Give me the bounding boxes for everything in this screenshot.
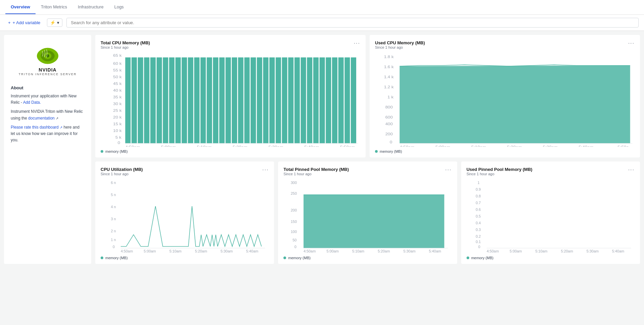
svg-text:40 k: 40 k [113, 89, 121, 92]
svg-rect-35 [244, 57, 250, 143]
svg-text:5:20am: 5:20am [378, 249, 390, 253]
svg-text:5:00am: 5:00am [509, 249, 522, 253]
svg-text:0.5: 0.5 [476, 215, 481, 218]
svg-text:50: 50 [293, 238, 297, 242]
cpu-utilization-panel: CPU Utilization (MB) Since 1 hour ago ··… [95, 161, 274, 264]
svg-text:5:10am: 5:10am [535, 249, 547, 253]
svg-rect-43 [294, 57, 300, 143]
chart-menu-cpu-util[interactable]: ··· [262, 167, 269, 173]
tab-logs[interactable]: Logs [109, 0, 129, 14]
svg-text:4:50am: 4:50am [304, 249, 316, 253]
svg-text:60 k: 60 k [113, 62, 121, 65]
svg-text:4:50am: 4:50am [121, 249, 133, 253]
svg-text:5:50a: 5:50a [618, 145, 629, 147]
chart-legend-cpu-util: memory (MB) [101, 256, 269, 260]
svg-text:1.2 k: 1.2 k [384, 85, 394, 89]
svg-rect-32 [225, 57, 231, 143]
chart-menu-used-cpu[interactable]: ··· [628, 40, 635, 46]
svg-rect-34 [238, 57, 244, 143]
svg-text:35 k: 35 k [113, 95, 121, 99]
svg-rect-50 [338, 57, 344, 143]
svg-rect-40 [276, 57, 281, 143]
chart-header-cpu-util: CPU Utilization (MB) Since 1 hour ago ··… [101, 167, 269, 179]
svg-text:5:30am: 5:30am [404, 249, 416, 253]
about-heading: About [11, 85, 85, 90]
svg-rect-21 [157, 57, 162, 143]
svg-rect-18 [138, 57, 143, 143]
svg-marker-101 [304, 195, 444, 248]
svg-text:65 k: 65 k [113, 54, 121, 57]
svg-text:5:20am: 5:20am [195, 249, 207, 253]
svg-text:5:40am: 5:40am [429, 249, 441, 253]
svg-rect-29 [207, 57, 212, 143]
svg-rect-47 [320, 57, 325, 143]
legend-dot-icon [283, 257, 286, 259]
svg-text:2 n: 2 n [111, 229, 116, 233]
svg-rect-39 [269, 57, 275, 143]
svg-rect-31 [219, 57, 225, 143]
svg-rect-25 [182, 57, 187, 143]
chart-menu-total-cpu[interactable]: ··· [354, 40, 360, 46]
svg-text:5:00am: 5:00am [327, 249, 339, 253]
svg-rect-46 [313, 57, 319, 143]
nvidia-logo-area: NVIDIA TRITON INFERENCE SERVER [11, 42, 85, 80]
svg-rect-16 [125, 57, 130, 143]
svg-text:5:40am: 5:40am [579, 145, 594, 147]
legend-dot-icon [375, 150, 378, 153]
svg-text:1 n: 1 n [111, 238, 116, 242]
product-name: TRITON INFERENCE SERVER [18, 73, 76, 76]
svg-rect-44 [301, 57, 306, 143]
svg-rect-49 [332, 57, 337, 143]
add-data-link[interactable]: Add Data. [23, 100, 41, 105]
tab-infrastructure[interactable]: Infrastructure [72, 0, 109, 14]
top-navigation: Overview Triton Metrics Infrastructure L… [0, 0, 644, 15]
documentation-link[interactable]: documentation [28, 116, 55, 121]
svg-text:55 k: 55 k [113, 68, 121, 72]
main-content: NVIDIA TRITON INFERENCE SERVER About Ins… [0, 31, 644, 268]
svg-rect-20 [150, 57, 156, 143]
plus-icon: + [8, 20, 11, 25]
svg-text:30 k: 30 k [113, 102, 121, 106]
svg-rect-38 [263, 57, 268, 143]
total-cpu-memory-panel: Total CPU Memory (MB) Since 1 hour ago ·… [95, 35, 366, 157]
svg-text:5:20am: 5:20am [507, 145, 522, 147]
used-cpu-memory-panel: Used CPU Memory (MB) Since 1 hour ago ··… [370, 35, 640, 157]
svg-text:250: 250 [291, 192, 297, 195]
filter-chevron-icon: ▾ [57, 20, 59, 25]
svg-text:5:40am: 5:40am [612, 249, 624, 253]
svg-rect-17 [131, 57, 137, 143]
tab-triton-metrics[interactable]: Triton Metrics [36, 0, 72, 14]
sidebar-panel: NVIDIA TRITON INFERENCE SERVER About Ins… [4, 35, 91, 264]
svg-text:4 n: 4 n [111, 205, 116, 209]
svg-text:25 k: 25 k [113, 109, 121, 112]
charts-row-1: Total CPU Memory (MB) Since 1 hour ago ·… [95, 35, 640, 157]
svg-text:5:30am: 5:30am [586, 249, 598, 253]
legend-dot-icon [467, 257, 469, 259]
svg-text:100: 100 [291, 230, 297, 234]
svg-text:200: 200 [385, 132, 393, 136]
svg-text:5:10am: 5:10am [352, 249, 364, 253]
add-variable-button[interactable]: + + Add variable [5, 19, 43, 27]
svg-text:200: 200 [291, 208, 297, 212]
svg-text:5:40am: 5:40am [304, 145, 319, 147]
tab-overview[interactable]: Overview [5, 0, 36, 14]
nvidia-logo-icon [34, 46, 61, 66]
svg-text:45 k: 45 k [113, 82, 121, 86]
svg-rect-23 [169, 57, 174, 143]
rate-dashboard-link[interactable]: Please rate this dashboard [11, 125, 59, 130]
chart-legend-used-pinned: memory (MB) [467, 256, 635, 260]
svg-text:1.4 k: 1.4 k [384, 75, 394, 79]
search-input[interactable] [66, 18, 639, 28]
chart-menu-pinned-pool[interactable]: ··· [445, 167, 451, 173]
svg-text:0.8: 0.8 [476, 194, 481, 198]
svg-text:4:50am: 4:50am [399, 145, 415, 147]
charts-area: Total CPU Memory (MB) Since 1 hour ago ·… [95, 35, 640, 264]
chart-menu-used-pinned[interactable]: ··· [628, 167, 635, 173]
filter-button[interactable]: ⚡ ▾ [47, 18, 62, 27]
svg-text:300: 300 [291, 181, 297, 185]
chart-title-total-cpu: Total CPU Memory (MB) Since 1 hour ago [101, 40, 150, 52]
svg-rect-41 [282, 57, 287, 143]
svg-text:0.7: 0.7 [476, 201, 481, 205]
svg-text:0.1: 0.1 [476, 240, 481, 244]
svg-text:0.2: 0.2 [476, 235, 481, 238]
